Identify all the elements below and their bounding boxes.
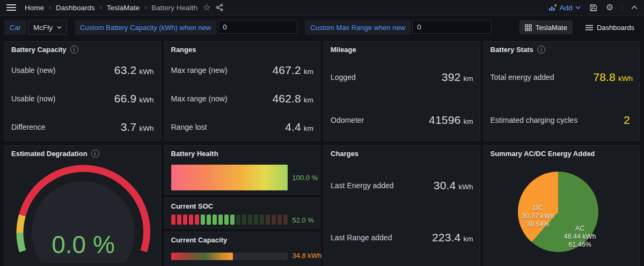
soc-segment [236, 215, 240, 225]
breadcrumb-teslamate[interactable]: TeslaMate [107, 4, 140, 12]
custom-battery-capacity-input[interactable] [218, 20, 297, 34]
list-icon [586, 25, 593, 31]
panel-title[interactable]: Charges [331, 150, 358, 158]
battery-health-fill [171, 165, 288, 190]
soc-segment [218, 215, 223, 225]
stat-value: 66.9kWh [114, 92, 154, 105]
panel-title[interactable]: Battery Stats i [491, 46, 545, 54]
current-capacity-value: 34.8 kWh [292, 252, 322, 260]
dashboards-button-label: Dashboards [597, 24, 634, 32]
panel-estimated-degradation: Estimated Degradation i 0.0 % [4, 145, 161, 266]
soc-segment [248, 215, 252, 225]
stat-label: Usable (now) [11, 94, 55, 103]
stat-row: Usable (new) 63.2kWh [11, 63, 154, 77]
soc-segment [254, 215, 258, 225]
panel-title[interactable]: Mileage [331, 46, 356, 54]
teslamate-link-button[interactable]: TeslaMate [519, 20, 573, 34]
panel-title[interactable]: Current SOC [171, 202, 214, 210]
current-soc-value: 52.0 % [292, 216, 314, 224]
stat-label: Total energy added [491, 73, 554, 82]
panel-title[interactable]: Battery Capacity i [11, 46, 78, 54]
info-icon[interactable]: i [537, 46, 545, 54]
teslamate-button-label: TeslaMate [536, 24, 567, 32]
divider [622, 3, 623, 12]
breadcrumb-dashboards[interactable]: Dashboards [56, 4, 95, 12]
stat-value: 30.4kWh [434, 179, 473, 192]
panel-title[interactable]: Summary AC/DC Energy Added [491, 150, 595, 158]
settings-gear-icon[interactable]: ⚙ [606, 3, 613, 12]
soc-segment [195, 215, 199, 225]
breadcrumb-separator-icon: › [49, 4, 51, 11]
info-icon[interactable]: i [91, 150, 99, 158]
dashboards-link-button[interactable]: Dashboards [580, 20, 640, 34]
soc-segment [183, 215, 187, 225]
stat-row: Max range (new) 467.2km [171, 63, 314, 77]
soc-segment [266, 215, 270, 225]
collapse-chevron-up-icon[interactable] [631, 5, 638, 10]
panel-title[interactable]: Ranges [171, 46, 196, 54]
panel-battery-stats: Battery Stats i Total energy added 78.8k… [484, 41, 640, 141]
current-capacity-bargauge [171, 253, 288, 260]
degradation-gauge: 0.0 % [5, 160, 160, 263]
battery-health-value: 100.0 % [292, 174, 318, 182]
stat-label: Last Energy added [331, 181, 394, 190]
car-variable-dropdown[interactable]: McFly [28, 20, 67, 35]
capacity-fill [171, 253, 233, 260]
stat-value: 3.7kWh [121, 121, 154, 134]
stat-value: 392km [442, 71, 473, 84]
gauge-value: 0.0 % [52, 231, 115, 258]
panel-title[interactable]: Estimated Degradation i [11, 150, 99, 158]
panel-title[interactable]: Battery Health [171, 150, 218, 158]
soc-segment [260, 215, 264, 225]
stat-row: Last Range added 223.4km [331, 231, 473, 245]
breadcrumb-home[interactable]: Home [25, 4, 44, 12]
share-icon[interactable] [216, 4, 223, 11]
chevron-down-icon [575, 6, 581, 9]
stat-label: Odometer [331, 116, 364, 124]
stat-label: Usable (new) [11, 66, 55, 75]
custom-max-range-input[interactable] [412, 20, 492, 34]
soc-segment [207, 215, 211, 225]
panel-ranges: Ranges Max range (new) 467.2km Max range… [164, 41, 321, 141]
breadcrumb-separator-icon: › [144, 4, 147, 11]
soc-segment [213, 215, 217, 225]
pie-label-dc: DC 30.37 kWh 38.54% [514, 204, 562, 228]
panel-title[interactable]: Current Capacity [171, 236, 228, 244]
stat-value: 462.8km [272, 92, 313, 105]
info-icon[interactable]: i [70, 46, 78, 54]
panel-battery-health: Battery Health 100.0 % [164, 145, 321, 195]
stat-value: 63.2kWh [114, 64, 154, 77]
apps-grid-icon [525, 24, 532, 31]
add-button[interactable]: Add [548, 4, 581, 12]
star-icon[interactable]: ☆ [203, 3, 210, 12]
soc-segment [242, 215, 246, 225]
panel-current-soc: Current SOC 52.0 % [164, 198, 321, 228]
panel-charges: Charges Last Energy added 30.4kWh Last R… [324, 145, 480, 266]
stat-value: 78.8kWh [593, 71, 633, 84]
soc-segment [283, 215, 288, 225]
gauge-arc-yellow [20, 216, 23, 233]
stat-label: Difference [11, 123, 46, 131]
stat-value: 467.2km [272, 64, 313, 77]
add-panel-icon [548, 4, 557, 11]
gauge-arc-green [20, 233, 23, 252]
car-variable: Car McFly [4, 20, 67, 35]
soc-segment [177, 215, 181, 225]
car-variable-value: McFly [33, 24, 53, 32]
soc-segment [224, 215, 229, 225]
top-navbar: Home › Dashboards › TeslaMate › Battery … [0, 0, 644, 16]
panel-battery-capacity: Battery Capacity i Usable (new) 63.2kWh … [4, 41, 161, 141]
menu-icon[interactable] [6, 4, 16, 11]
soc-segment [277, 215, 282, 225]
stat-value: 4.4km [285, 121, 313, 134]
stat-row: Odometer 41596km [331, 113, 473, 127]
chevron-down-icon [57, 26, 62, 29]
stat-row: Estimated charging cycles 2 [491, 113, 633, 127]
stat-label: Logged [331, 73, 356, 82]
add-button-label: Add [560, 4, 573, 12]
stat-row: Range lost 4.4km [171, 120, 314, 134]
panel-mileage: Mileage Logged 392km Odometer 41596km [324, 41, 480, 141]
save-dashboard-icon[interactable] [589, 4, 597, 12]
breadcrumb-separator-icon: › [100, 4, 102, 11]
custom-max-range-variable: Custom Max Range when new [305, 20, 492, 35]
